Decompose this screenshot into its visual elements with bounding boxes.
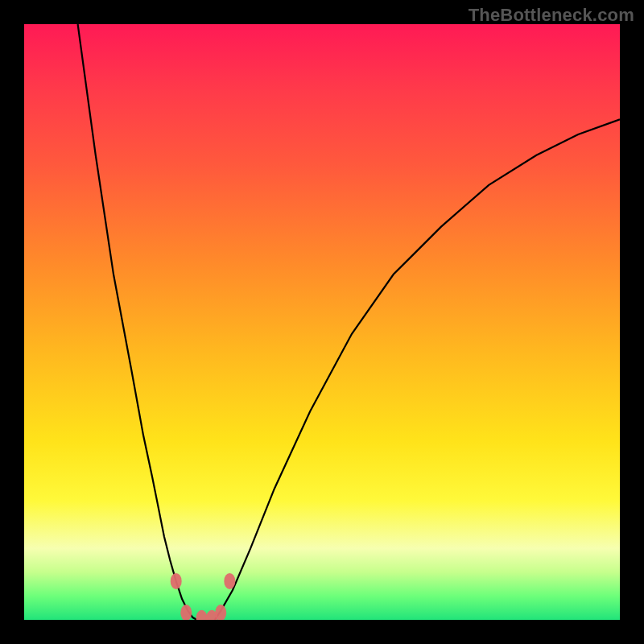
data-marker xyxy=(171,573,182,589)
watermark-label: TheBottleneck.com xyxy=(469,5,634,26)
data-marker xyxy=(215,605,226,620)
data-marker xyxy=(180,605,192,620)
curve-left xyxy=(78,24,197,620)
chart-plot-area xyxy=(24,24,620,620)
chart-svg xyxy=(24,24,620,620)
curve-right xyxy=(215,119,620,620)
data-marker xyxy=(196,610,208,620)
data-marker xyxy=(224,573,235,589)
marker-group xyxy=(171,573,236,620)
